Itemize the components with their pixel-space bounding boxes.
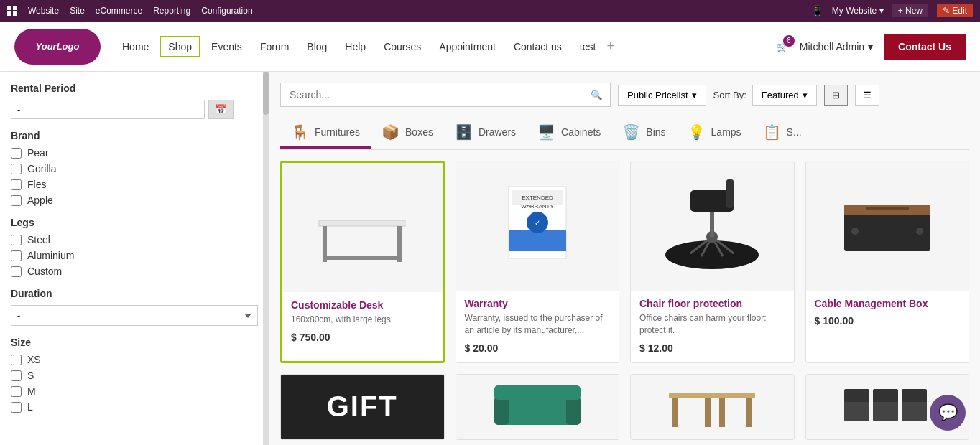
cat-cabinets[interactable]: 🖥️ Cabinets — [527, 118, 611, 149]
nav-shop[interactable]: Shop — [160, 36, 200, 57]
product-price-warranty: $ 20.00 — [465, 342, 611, 354]
cat-boxes[interactable]: 📦 Boxes — [371, 118, 444, 149]
brand-fles[interactable]: Fles — [11, 179, 258, 190]
legs-steel-checkbox[interactable] — [11, 235, 22, 245]
new-button[interactable]: + New — [892, 4, 928, 17]
sidebar-scrollbar-thumb — [263, 72, 269, 115]
admin-nav-reporting[interactable]: Reporting — [153, 6, 190, 16]
logo-text: YourLogo — [36, 41, 80, 52]
sort-button[interactable]: Featured ▾ — [752, 85, 817, 106]
grid-view-button[interactable]: ⊞ — [824, 85, 848, 106]
mobile-icon: 📱 — [811, 5, 823, 17]
svg-rect-37 — [873, 389, 898, 402]
my-website-button[interactable]: My Website ▾ — [832, 6, 884, 16]
user-chevron-icon: ▾ — [868, 41, 873, 52]
rental-period-input[interactable] — [11, 100, 205, 119]
boxes-label: Boxes — [405, 126, 433, 138]
cat-bins[interactable]: 🗑️ Bins — [611, 118, 676, 149]
nav-add-menu[interactable]: + — [606, 39, 614, 54]
product-card-gift[interactable]: GIFT — [280, 374, 445, 440]
brand-gorilla-checkbox[interactable] — [11, 164, 22, 174]
admin-nav-site[interactable]: Site — [70, 6, 85, 16]
nav-home[interactable]: Home — [115, 37, 156, 56]
contact-us-button[interactable]: Contact Us — [884, 34, 966, 60]
sofa-svg — [491, 378, 584, 436]
lamps-label: Lamps — [711, 126, 741, 138]
legs-steel[interactable]: Steel — [11, 234, 258, 245]
search-input[interactable] — [281, 83, 583, 106]
product-card-sofa[interactable] — [456, 374, 620, 440]
nav-blog[interactable]: Blog — [300, 37, 334, 56]
size-s[interactable]: S — [11, 370, 258, 381]
site-logo[interactable]: YourLogo — [14, 29, 101, 65]
brand-apple-checkbox[interactable] — [11, 195, 22, 206]
nav-test[interactable]: test — [573, 37, 604, 56]
product-img-sofa — [456, 375, 619, 439]
brand-apple[interactable]: Apple — [11, 195, 258, 206]
svg-point-11 — [665, 240, 759, 269]
product-img-table — [631, 375, 794, 439]
cart-icon[interactable]: 🛒 6 — [777, 41, 789, 52]
duration-select[interactable]: - — [11, 305, 258, 326]
brand-title: Brand — [11, 130, 258, 141]
brand-pear-checkbox[interactable] — [11, 148, 22, 159]
product-card-warranty[interactable]: EXTENDED WARRANTY ✓ Warranty Warranty, i… — [456, 161, 620, 363]
app-grid-icon[interactable] — [7, 6, 17, 16]
table-svg — [665, 378, 759, 436]
nav-contact[interactable]: Contact us — [507, 37, 569, 56]
lamps-icon: 💡 — [688, 123, 706, 141]
legs-custom-checkbox[interactable] — [11, 266, 22, 277]
cat-lamps[interactable]: 💡 Lamps — [677, 118, 752, 149]
drawers-icon: 🗄️ — [455, 123, 473, 141]
brand-gorilla[interactable]: Gorilla — [11, 163, 258, 174]
nav-events[interactable]: Events — [204, 37, 249, 56]
svg-rect-22 — [866, 207, 909, 210]
brand-fles-checkbox[interactable] — [11, 179, 22, 190]
product-card-chair-mat[interactable]: Chair floor protection Office chairs can… — [630, 161, 795, 363]
size-title: Size — [11, 337, 258, 348]
cat-more[interactable]: 📋 S... — [752, 118, 813, 149]
calendar-button[interactable]: 📅 — [208, 100, 234, 119]
search-button[interactable]: 🔍 — [583, 84, 610, 106]
chat-button[interactable]: 💬 — [930, 395, 966, 431]
admin-nav-ecommerce[interactable]: eCommerce — [96, 6, 142, 16]
size-l-checkbox[interactable] — [11, 402, 22, 413]
pricelist-button[interactable]: Public Pricelist ▾ — [618, 85, 706, 106]
nav-courses[interactable]: Courses — [376, 37, 428, 56]
svg-point-23 — [851, 228, 859, 235]
cat-furnitures[interactable]: 🪑 Furnitures — [280, 118, 371, 149]
product-card-cable-box[interactable]: Cable Management Box $ 100.00 — [805, 161, 970, 363]
nav-help[interactable]: Help — [338, 37, 373, 56]
size-m[interactable]: M — [11, 385, 258, 397]
brand-pear[interactable]: Pear — [11, 147, 258, 159]
list-view-button[interactable]: ☰ — [855, 85, 879, 106]
legs-custom[interactable]: Custom — [11, 266, 258, 277]
size-xs[interactable]: XS — [11, 354, 258, 365]
size-l[interactable]: L — [11, 401, 258, 413]
svg-rect-26 — [494, 396, 509, 425]
nav-links: Home Shop Events Forum Blog Help Courses… — [115, 36, 762, 57]
edit-button[interactable]: ✎ Edit — [937, 4, 973, 17]
cat-drawers[interactable]: 🗄️ Drawers — [444, 118, 527, 149]
product-price-cable-box: $ 100.00 — [815, 315, 961, 327]
product-desc-warranty: Warranty, issued to the purchaser of an … — [465, 312, 611, 337]
size-m-checkbox[interactable] — [11, 386, 22, 397]
legs-aluminium[interactable]: Aluminium — [11, 250, 258, 261]
sidebar-scrollbar[interactable] — [263, 72, 269, 445]
size-xs-checkbox[interactable] — [11, 355, 22, 365]
admin-nav-configuration[interactable]: Configuration — [201, 6, 252, 16]
user-menu[interactable]: Mitchell Admin ▾ — [800, 41, 873, 52]
cable-box-svg — [837, 190, 938, 262]
brand-pear-label: Pear — [27, 147, 49, 159]
size-s-checkbox[interactable] — [11, 370, 22, 381]
product-img-cable-box — [806, 161, 969, 291]
nav-forum[interactable]: Forum — [253, 37, 296, 56]
legs-custom-label: Custom — [27, 266, 62, 277]
nav-appointment[interactable]: Appointment — [432, 37, 503, 56]
category-tabs: 🪑 Furnitures 📦 Boxes 🗄️ Drawers 🖥️ Cabin… — [280, 118, 969, 150]
product-info-chair-mat: Chair floor protection Office chairs can… — [631, 291, 794, 362]
product-grid: Customizable Desk 160x80cm, with large l… — [280, 161, 969, 363]
product-card-table[interactable] — [630, 374, 795, 440]
legs-aluminium-checkbox[interactable] — [11, 250, 22, 261]
product-card-desk[interactable]: Customizable Desk 160x80cm, with large l… — [280, 161, 445, 363]
